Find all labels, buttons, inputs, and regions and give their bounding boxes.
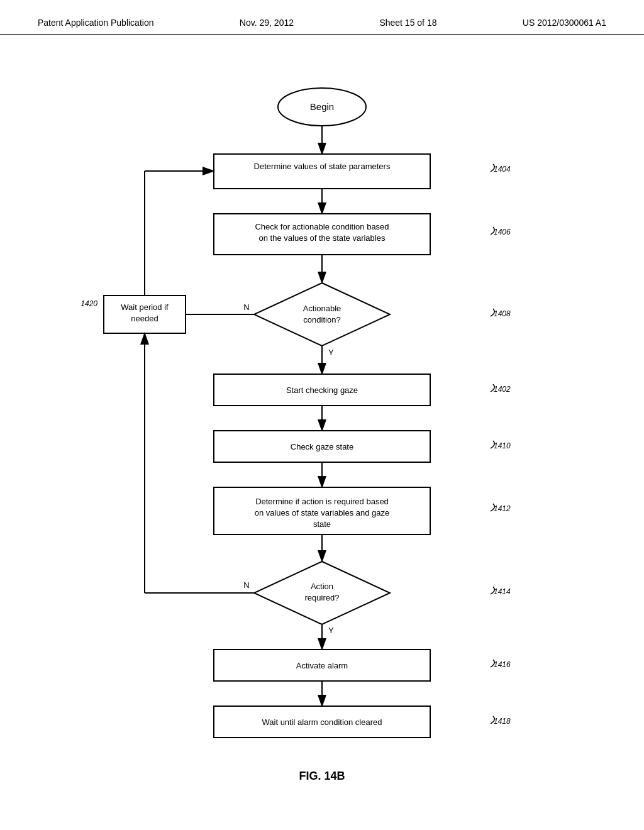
svg-text:Y: Y (328, 348, 334, 357)
svg-text:1418: 1418 (494, 717, 511, 726)
svg-text:Wait period if: Wait period if (121, 302, 169, 312)
svg-text:Check for actionable condition: Check for actionable condition based (255, 222, 389, 231)
svg-text:required?: required? (305, 593, 340, 602)
svg-text:Actionable: Actionable (303, 304, 341, 313)
patent-label: US 2012/0300061 A1 (523, 18, 606, 28)
svg-text:1416: 1416 (494, 660, 511, 669)
svg-text:1402: 1402 (494, 385, 511, 394)
svg-marker-12 (254, 283, 390, 346)
svg-text:Start checking gaze: Start checking gaze (286, 385, 358, 395)
svg-text:needed: needed (131, 314, 158, 323)
svg-text:N: N (243, 302, 249, 312)
svg-text:Determine values of state para: Determine values of state parameters (254, 162, 391, 171)
svg-text:N: N (243, 580, 249, 590)
date-label: Nov. 29, 2012 (240, 18, 294, 28)
sheet-label: Sheet 15 of 18 (379, 18, 436, 28)
svg-text:1414: 1414 (494, 587, 511, 596)
svg-text:Activate alarm: Activate alarm (296, 661, 348, 670)
svg-text:Action: Action (311, 582, 333, 591)
svg-text:condition?: condition? (303, 315, 340, 324)
page-header: Patent Application Publication Nov. 29, … (0, 0, 644, 35)
svg-text:on values of state variables a: on values of state variables and gaze (255, 508, 390, 517)
svg-text:1408: 1408 (494, 309, 511, 318)
svg-text:Check gaze state: Check gaze state (291, 442, 353, 451)
svg-text:on the values of the state var: on the values of the state variables (259, 233, 386, 243)
svg-text:state: state (313, 519, 331, 529)
svg-text:Determine if action is require: Determine if action is required based (255, 497, 389, 506)
flowchart-svg: Begin Determine values of state paramete… (0, 35, 644, 789)
svg-text:1406: 1406 (494, 228, 511, 236)
figure-caption: FIG. 14B (0, 770, 644, 783)
svg-text:Wait until alarm condition cle: Wait until alarm condition cleared (262, 717, 382, 727)
svg-text:1404: 1404 (494, 165, 511, 174)
svg-rect-3 (214, 154, 430, 189)
flowchart-container: Begin Determine values of state paramete… (0, 35, 644, 789)
publication-label: Patent Application Publication (38, 18, 153, 28)
svg-text:Begin: Begin (310, 101, 334, 112)
svg-text:1410: 1410 (494, 441, 511, 450)
svg-text:1420: 1420 (80, 299, 97, 308)
svg-text:Y: Y (328, 626, 334, 635)
svg-text:1412: 1412 (494, 504, 511, 513)
